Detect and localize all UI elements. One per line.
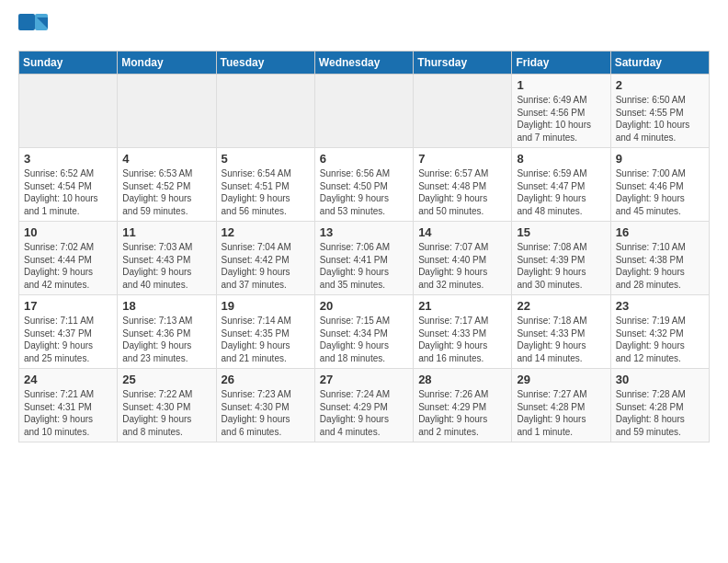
day-number: 5 [222, 152, 310, 166]
calendar-cell: 1Sunrise: 6:49 AM Sunset: 4:56 PM Daylig… [512, 75, 610, 148]
day-number: 22 [517, 299, 605, 313]
calendar-cell: 9Sunrise: 7:00 AM Sunset: 4:46 PM Daylig… [610, 148, 709, 222]
logo-icon [18, 14, 48, 43]
day-info: Sunrise: 7:14 AM Sunset: 4:35 PM Dayligh… [222, 315, 310, 364]
day-number: 6 [320, 152, 408, 166]
calendar-cell: 17Sunrise: 7:11 AM Sunset: 4:37 PM Dayli… [19, 295, 118, 369]
calendar-cell: 22Sunrise: 7:18 AM Sunset: 4:33 PM Dayli… [512, 295, 610, 369]
calendar-cell: 19Sunrise: 7:14 AM Sunset: 4:35 PM Dayli… [216, 295, 314, 369]
day-info: Sunrise: 7:10 AM Sunset: 4:38 PM Dayligh… [616, 241, 704, 291]
calendar-week-row: 1Sunrise: 6:49 AM Sunset: 4:56 PM Daylig… [19, 75, 710, 148]
day-info: Sunrise: 7:21 AM Sunset: 4:31 PM Dayligh… [24, 388, 112, 438]
day-number: 15 [517, 225, 605, 239]
weekday-header: Tuesday [216, 52, 314, 75]
day-info: Sunrise: 7:07 AM Sunset: 4:40 PM Dayligh… [418, 241, 506, 291]
calendar-body: 1Sunrise: 6:49 AM Sunset: 4:56 PM Daylig… [19, 75, 710, 442]
calendar-table: SundayMondayTuesdayWednesdayThursdayFrid… [18, 51, 710, 442]
day-number: 1 [517, 78, 605, 92]
day-info: Sunrise: 7:24 AM Sunset: 4:29 PM Dayligh… [320, 388, 408, 438]
day-info: Sunrise: 7:04 AM Sunset: 4:42 PM Dayligh… [222, 241, 310, 291]
day-number: 2 [616, 78, 704, 92]
calendar-cell: 8Sunrise: 6:59 AM Sunset: 4:47 PM Daylig… [512, 148, 610, 222]
day-number: 16 [616, 225, 704, 239]
day-number: 21 [418, 299, 506, 313]
weekday-header: Sunday [19, 52, 118, 75]
calendar-cell: 15Sunrise: 7:08 AM Sunset: 4:39 PM Dayli… [512, 222, 610, 295]
day-info: Sunrise: 7:18 AM Sunset: 4:33 PM Dayligh… [517, 315, 605, 364]
calendar-cell: 4Sunrise: 6:53 AM Sunset: 4:52 PM Daylig… [118, 148, 216, 222]
day-info: Sunrise: 6:52 AM Sunset: 4:54 PM Dayligh… [24, 167, 112, 217]
day-number: 9 [616, 152, 704, 166]
day-number: 8 [517, 152, 605, 166]
day-number: 11 [122, 225, 210, 239]
day-info: Sunrise: 7:13 AM Sunset: 4:36 PM Dayligh… [122, 315, 210, 364]
calendar-cell [414, 75, 512, 148]
calendar-cell: 10Sunrise: 7:02 AM Sunset: 4:44 PM Dayli… [19, 222, 118, 295]
calendar-cell: 11Sunrise: 7:03 AM Sunset: 4:43 PM Dayli… [118, 222, 216, 295]
day-number: 13 [320, 225, 408, 239]
day-info: Sunrise: 7:26 AM Sunset: 4:29 PM Dayligh… [418, 388, 506, 438]
calendar-cell: 13Sunrise: 7:06 AM Sunset: 4:41 PM Dayli… [314, 222, 413, 295]
header-row: SundayMondayTuesdayWednesdayThursdayFrid… [19, 52, 710, 75]
day-info: Sunrise: 6:49 AM Sunset: 4:56 PM Dayligh… [517, 94, 605, 144]
day-number: 23 [616, 299, 704, 313]
day-number: 20 [320, 299, 408, 313]
calendar-cell: 24Sunrise: 7:21 AM Sunset: 4:31 PM Dayli… [19, 369, 118, 442]
day-info: Sunrise: 6:59 AM Sunset: 4:47 PM Dayligh… [517, 167, 605, 217]
calendar-cell [314, 75, 413, 148]
day-info: Sunrise: 7:03 AM Sunset: 4:43 PM Dayligh… [122, 241, 210, 291]
calendar-cell: 30Sunrise: 7:28 AM Sunset: 4:28 PM Dayli… [610, 369, 709, 442]
calendar-cell: 29Sunrise: 7:27 AM Sunset: 4:28 PM Dayli… [512, 369, 610, 442]
calendar-cell: 18Sunrise: 7:13 AM Sunset: 4:36 PM Dayli… [118, 295, 216, 369]
calendar-cell: 21Sunrise: 7:17 AM Sunset: 4:33 PM Dayli… [414, 295, 512, 369]
day-number: 17 [24, 299, 112, 313]
calendar-cell: 26Sunrise: 7:23 AM Sunset: 4:30 PM Dayli… [216, 369, 314, 442]
calendar-cell: 25Sunrise: 7:22 AM Sunset: 4:30 PM Dayli… [118, 369, 216, 442]
calendar-cell: 12Sunrise: 7:04 AM Sunset: 4:42 PM Dayli… [216, 222, 314, 295]
calendar-cell: 5Sunrise: 6:54 AM Sunset: 4:51 PM Daylig… [216, 148, 314, 222]
logo [18, 14, 53, 43]
calendar-cell [216, 75, 314, 148]
day-number: 24 [24, 373, 112, 386]
calendar-week-row: 10Sunrise: 7:02 AM Sunset: 4:44 PM Dayli… [19, 222, 710, 295]
day-number: 14 [418, 225, 506, 239]
calendar-cell [118, 75, 216, 148]
day-number: 29 [517, 373, 605, 386]
calendar-week-row: 3Sunrise: 6:52 AM Sunset: 4:54 PM Daylig… [19, 148, 710, 222]
day-info: Sunrise: 6:57 AM Sunset: 4:48 PM Dayligh… [418, 167, 506, 217]
calendar-cell: 28Sunrise: 7:26 AM Sunset: 4:29 PM Dayli… [414, 369, 512, 442]
page-container: SundayMondayTuesdayWednesdayThursdayFrid… [0, 0, 728, 456]
calendar-cell: 3Sunrise: 6:52 AM Sunset: 4:54 PM Daylig… [19, 148, 118, 222]
day-number: 3 [24, 152, 112, 166]
day-number: 7 [418, 152, 506, 166]
day-info: Sunrise: 7:17 AM Sunset: 4:33 PM Dayligh… [418, 315, 506, 364]
day-number: 26 [222, 373, 310, 386]
calendar-week-row: 17Sunrise: 7:11 AM Sunset: 4:37 PM Dayli… [19, 295, 710, 369]
day-info: Sunrise: 7:11 AM Sunset: 4:37 PM Dayligh… [24, 315, 112, 364]
day-number: 28 [418, 373, 506, 386]
header [18, 14, 710, 43]
day-number: 4 [122, 152, 210, 166]
day-number: 25 [122, 373, 210, 386]
svg-rect-0 [18, 14, 35, 30]
calendar-header: SundayMondayTuesdayWednesdayThursdayFrid… [19, 52, 710, 75]
calendar-cell: 7Sunrise: 6:57 AM Sunset: 4:48 PM Daylig… [414, 148, 512, 222]
calendar-cell: 27Sunrise: 7:24 AM Sunset: 4:29 PM Dayli… [314, 369, 413, 442]
day-info: Sunrise: 7:22 AM Sunset: 4:30 PM Dayligh… [122, 388, 210, 438]
weekday-header: Thursday [414, 52, 512, 75]
calendar-cell: 16Sunrise: 7:10 AM Sunset: 4:38 PM Dayli… [610, 222, 709, 295]
calendar-cell: 2Sunrise: 6:50 AM Sunset: 4:55 PM Daylig… [610, 75, 709, 148]
day-number: 27 [320, 373, 408, 386]
day-info: Sunrise: 7:19 AM Sunset: 4:32 PM Dayligh… [616, 315, 704, 364]
day-number: 12 [222, 225, 310, 239]
day-info: Sunrise: 6:54 AM Sunset: 4:51 PM Dayligh… [222, 167, 310, 217]
day-info: Sunrise: 6:56 AM Sunset: 4:50 PM Dayligh… [320, 167, 408, 217]
calendar-cell: 23Sunrise: 7:19 AM Sunset: 4:32 PM Dayli… [610, 295, 709, 369]
day-info: Sunrise: 7:27 AM Sunset: 4:28 PM Dayligh… [517, 388, 605, 438]
day-info: Sunrise: 7:15 AM Sunset: 4:34 PM Dayligh… [320, 315, 408, 364]
calendar-cell [19, 75, 118, 148]
day-number: 18 [122, 299, 210, 313]
day-number: 19 [222, 299, 310, 313]
day-info: Sunrise: 7:08 AM Sunset: 4:39 PM Dayligh… [517, 241, 605, 291]
day-info: Sunrise: 7:06 AM Sunset: 4:41 PM Dayligh… [320, 241, 408, 291]
